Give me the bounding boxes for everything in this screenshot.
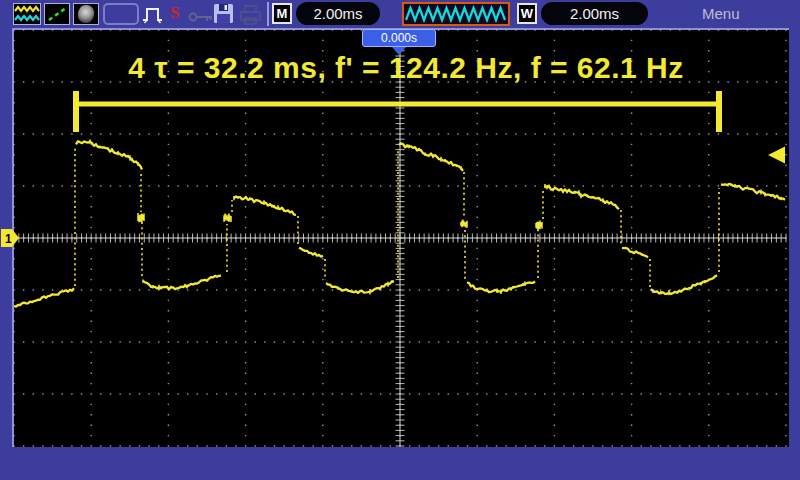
thumbnail-icon[interactable] <box>73 3 99 25</box>
pulse-acquire-icon <box>141 4 167 29</box>
plot-left-border <box>12 28 14 447</box>
s-indicator: S <box>170 3 179 23</box>
main-timebase-readout[interactable]: 2.00ms <box>296 2 380 25</box>
toolbar-divider <box>267 2 269 26</box>
top-status-bar: S M 2.00ms <box>0 0 800 28</box>
bottom-status-bar: ~ AC 20 1.00V CH1 1.68V 60.0000Hz 1-Jan-… <box>0 448 800 480</box>
oscilloscope-screen: 1 4 τ = 32.2 ms, f' = 124.2 Hz, f = 62.1… <box>0 0 800 480</box>
window-zigzag-icon[interactable] <box>402 2 510 26</box>
menu-label[interactable]: Menu <box>702 5 740 22</box>
window-timebase-readout[interactable]: 2.00ms <box>541 2 648 25</box>
key-icon <box>188 9 214 27</box>
trigger-position-tag[interactable]: 0.000s <box>362 29 436 47</box>
floppy-icon[interactable] <box>213 3 234 28</box>
main-timebase-badge: M <box>272 3 292 24</box>
measurement-annotation: 4 τ = 32.2 ms, f' = 124.2 Hz, f = 62.1 H… <box>20 51 792 85</box>
svg-text:1: 1 <box>5 232 12 246</box>
empty-slot <box>103 3 139 25</box>
printer-icon <box>238 5 263 29</box>
channel-waveforms-icon[interactable] <box>13 3 41 25</box>
trigger-position-pointer-icon <box>392 47 406 55</box>
graticule-background <box>14 30 789 447</box>
thumbnail-blob <box>76 4 95 25</box>
slope-icon[interactable] <box>44 3 70 25</box>
window-timebase-badge: W <box>517 3 537 24</box>
